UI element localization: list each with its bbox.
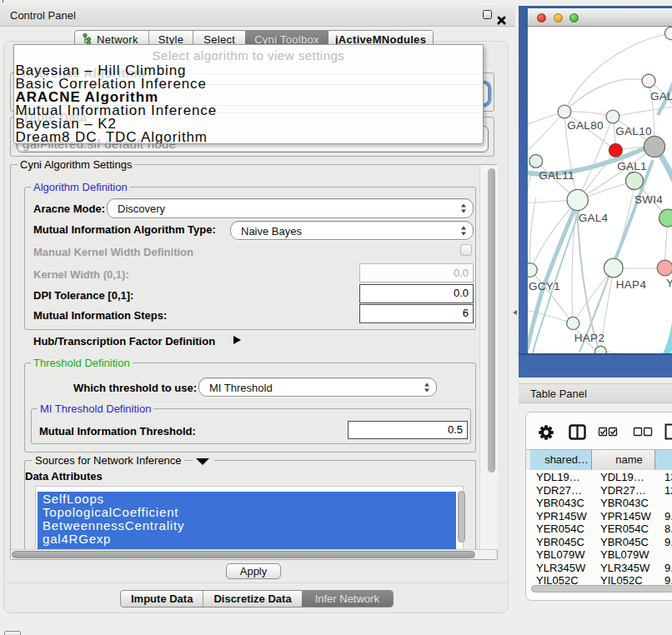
svg-text:GAL2: GAL2 [650, 90, 672, 102]
svg-text:Y: Y [666, 277, 672, 289]
svg-text:GAL80: GAL80 [567, 119, 604, 132]
svg-text:HAP4: HAP4 [616, 278, 647, 291]
svg-text:GAL10: GAL10 [615, 125, 652, 138]
svg-text:GCY1: GCY1 [529, 280, 560, 292]
svg-text:SWI4: SWI4 [634, 193, 663, 206]
svg-text:GAL11: GAL11 [539, 169, 574, 182]
svg-text:GAL1: GAL1 [617, 160, 647, 172]
svg-text:HAP2: HAP2 [574, 332, 604, 344]
svg-text:GAL4: GAL4 [579, 212, 609, 224]
